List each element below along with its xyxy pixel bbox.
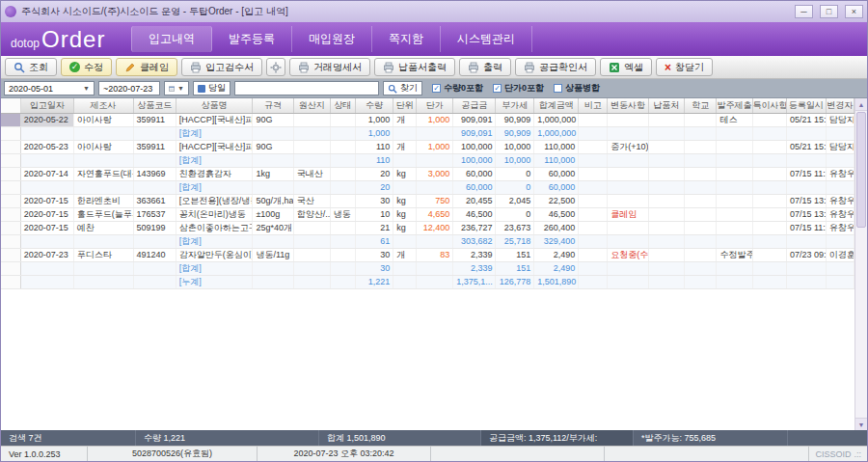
scrollbar-thumb[interactable] <box>856 112 866 228</box>
column-header[interactable]: 합계금액 <box>534 98 579 113</box>
row-selector[interactable] <box>1 194 20 207</box>
column-header[interactable]: 상품코드 <box>133 98 176 113</box>
menu-item-inbound-history[interactable]: 입고내역 <box>131 26 212 52</box>
table-total-row[interactable]: [합계]1,000909,09190,9091,000,000 <box>1 126 854 140</box>
minimize-button[interactable]: ─ <box>795 5 813 18</box>
menu-item-messages[interactable]: 쪽지함 <box>372 26 441 52</box>
table-total-row[interactable]: [합계]302,3391512,490 <box>1 261 854 275</box>
claim-button[interactable]: 클레임 <box>116 58 177 76</box>
close-button[interactable]: × <box>845 5 863 18</box>
date-to-field[interactable]: ~2020-07-23 <box>98 81 160 95</box>
column-header[interactable]: 부가세 <box>496 98 534 113</box>
column-header[interactable]: 수량 <box>355 98 393 113</box>
column-header[interactable]: 등록일시 <box>786 98 826 113</box>
row-selector[interactable] <box>1 234 20 248</box>
print-button[interactable]: 출력 <box>459 58 511 76</box>
search-input[interactable] <box>234 81 379 95</box>
menu-item-order-register[interactable]: 발주등록 <box>212 26 292 52</box>
row-selector[interactable] <box>1 207 20 221</box>
row-selector[interactable] <box>1 153 20 167</box>
cell: 4,650 <box>417 207 453 221</box>
cell: 359911 <box>133 140 176 153</box>
merge-products-checkbox[interactable]: 상품병합 <box>554 82 600 95</box>
excel-export-button[interactable]: 엑셀 <box>600 58 652 76</box>
table-row[interactable]: 2020-07-15홀드푸드(늘푸른)176537꽁치(온마리)냉동±100g함… <box>1 207 854 221</box>
cell: 260,400 <box>534 221 579 234</box>
close-window-button[interactable]: × 창닫기 <box>656 58 713 76</box>
table-total-row[interactable]: [합계]110100,00010,000110,000 <box>1 153 854 167</box>
table-total-row[interactable]: [누계]1,2211,375,1...126,7781,501,890 <box>1 275 854 288</box>
column-header[interactable]: 단가 <box>417 98 453 113</box>
column-header[interactable]: 규격 <box>253 98 293 113</box>
today-button[interactable]: 당일 <box>193 81 231 95</box>
cell: 46,500 <box>534 207 579 221</box>
table-row[interactable]: 2020-07-14자연홀푸드(대구)143969친환경흙감자1kg국내산20k… <box>1 167 854 180</box>
column-header[interactable]: 입고일자 <box>20 98 73 113</box>
scroll-down-icon[interactable]: ▼ <box>855 418 867 430</box>
row-selector[interactable] <box>1 261 20 275</box>
table-row[interactable]: 2020-05-22아이사랑359911[HACCP][국내산]파인희...90… <box>1 113 854 126</box>
row-selector[interactable] <box>1 167 20 180</box>
edit-button[interactable]: ✓ 수정 <box>61 58 112 76</box>
cell: [합계] <box>176 234 253 248</box>
table-row[interactable]: 2020-07-15한라엔초비363661[오븐전용](냉장/냉동)아...50… <box>1 194 854 207</box>
column-header[interactable]: 변동사항 <box>608 98 648 113</box>
inbound-inspection-print-button[interactable]: 입고검수서 <box>181 58 262 76</box>
row-selector[interactable] <box>1 126 20 140</box>
cell: 2,339 <box>453 261 496 275</box>
table-row[interactable]: 2020-07-23푸디스타491240감자알만두(옹심이)냉동/11g30개8… <box>1 248 854 261</box>
table-row[interactable]: 2020-07-15예찬509199삼촌이좋아하는고구마치...25g*40개2… <box>1 221 854 234</box>
include-zero-price-checkbox[interactable]: ✓ 단가0포함 <box>493 82 544 95</box>
calendar-picker-button[interactable]: ▼ <box>164 81 189 95</box>
column-header[interactable]: 변경자 <box>826 98 854 113</box>
include-zero-qty-checkbox[interactable]: ✓ 수량0포함 <box>432 82 483 95</box>
resize-grip-icon[interactable]: .:: <box>854 449 861 459</box>
row-selector[interactable] <box>1 113 20 126</box>
column-header[interactable]: 단위 <box>393 98 417 113</box>
column-header[interactable]: 제조사 <box>73 98 133 113</box>
column-header[interactable]: 원산지 <box>293 98 330 113</box>
cell: 110 <box>355 140 393 153</box>
scroll-up-icon[interactable]: ▲ <box>855 98 867 111</box>
transaction-statement-button[interactable]: 거래명세서 <box>289 58 370 76</box>
cell <box>330 153 355 167</box>
row-selector[interactable] <box>1 248 20 261</box>
column-header[interactable]: 공급금 <box>453 98 496 113</box>
row-selector[interactable] <box>1 180 20 194</box>
cell: 60,000 <box>534 167 579 180</box>
excel-icon <box>609 62 620 73</box>
table-total-row[interactable]: [합계]2060,000060,000 <box>1 180 854 194</box>
table-total-row[interactable]: [합계]61303,68225,718329,400 <box>1 234 854 248</box>
cell <box>752 180 786 194</box>
column-header[interactable]: 학교 <box>684 98 717 113</box>
menu-item-system-admin[interactable]: 시스템관리 <box>441 26 532 52</box>
row-selector[interactable] <box>1 140 20 153</box>
row-selector[interactable] <box>1 221 20 234</box>
maximize-button[interactable]: □ <box>820 5 838 18</box>
table-row[interactable]: 2020-05-23아이사랑359911[HACCP][국내산]파인희...90… <box>1 140 854 153</box>
cell: 1,375,1... <box>453 275 496 288</box>
delivery-sheet-print-button[interactable]: 납품서출력 <box>374 58 455 76</box>
cell <box>608 275 648 288</box>
column-header[interactable]: 상품명 <box>176 98 253 113</box>
find-button[interactable]: 찾기 <box>383 81 422 95</box>
search-button[interactable]: 조회 <box>5 58 57 76</box>
chevron-down-icon: ▼ <box>83 85 90 92</box>
column-header[interactable]: 상태 <box>330 98 355 113</box>
column-header[interactable]: 납품처 <box>648 98 684 113</box>
column-header[interactable]: 특이사항 <box>752 98 786 113</box>
column-header[interactable]: 비고 <box>579 98 608 113</box>
supply-confirmation-button[interactable]: 공급확인서 <box>515 58 596 76</box>
column-header[interactable]: 발주제출 <box>717 98 752 113</box>
cell <box>684 167 717 180</box>
date-from-select[interactable]: 2020-05-01 ▼ <box>4 81 95 95</box>
cell <box>648 221 684 234</box>
cell <box>648 126 684 140</box>
cell <box>648 194 684 207</box>
row-selector[interactable] <box>1 275 20 288</box>
menu-item-purchase-ledger[interactable]: 매입원장 <box>292 26 372 52</box>
settings-button[interactable] <box>266 58 285 76</box>
cell: 1,221 <box>355 275 393 288</box>
vertical-scrollbar[interactable]: ▲ ▼ <box>854 98 867 430</box>
cell <box>684 194 717 207</box>
